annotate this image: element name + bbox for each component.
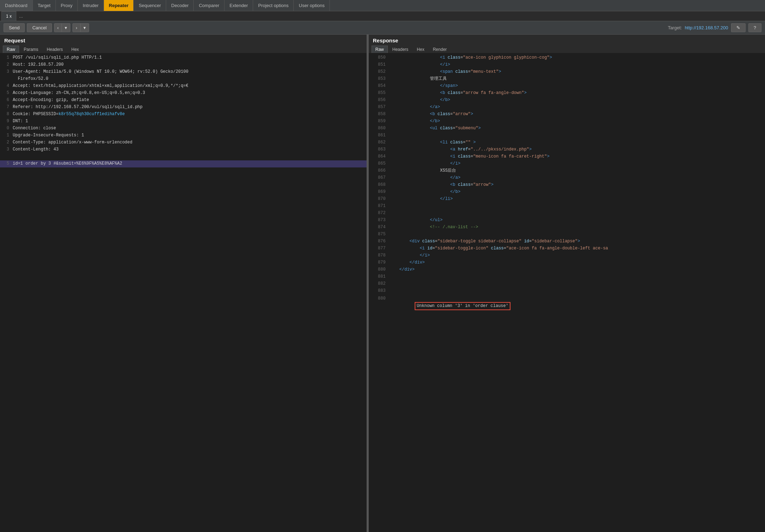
tab-dots[interactable]: ... [16,11,26,21]
nav-decoder[interactable]: Decoder [166,0,194,11]
error-message: Unknown column '3' in 'order clause' [415,302,510,310]
resp-line-881: 881 [369,273,765,280]
nav-extender[interactable]: Extender [224,0,253,11]
response-panel: Response Raw Headers Hex Render 850 <i c… [369,35,765,532]
resp-line-869: 869 </b> [369,189,765,196]
response-tabs: Raw Headers Hex Render [369,45,765,53]
resp-line-858: 858 <b class="arrow"> [369,111,765,118]
req-line-6: 6 Accept-Encoding: gzip, deflate [0,97,367,104]
resp-line-854: 854 </span> [369,83,765,90]
resp-line-873: 873 </ul> [369,217,765,224]
nav-fwd-button[interactable]: › [73,24,80,32]
nav-sequencer[interactable]: Sequencer [134,0,166,11]
req-line-11: 1 Upgrade-Insecure-Requests: 1 [0,132,367,139]
tab-bar: 1 x ... [0,11,765,21]
resp-line-857: 857 </a> [369,104,765,111]
req-line-7: 7 Referer: http://192.168.57.200/vul/sql… [0,104,367,111]
main-content: Request Raw Params Headers Hex 1 POST /v… [0,35,765,532]
resp-line-866: 866 XSS后台 [369,167,765,175]
resp-line-877: 877 <i id="sidebar-toggle-icon" class="a… [369,245,765,252]
request-tabs: Raw Params Headers Hex [0,45,367,53]
response-tab-render[interactable]: Render [429,46,450,53]
request-tab-raw[interactable]: Raw [3,46,19,53]
target-info: Target: http://192.168.57.200 ✎ ? [668,23,761,32]
resp-line-861: 861 [369,132,765,139]
resp-line-852: 852 <span class="menu-text"> [369,69,765,76]
response-panel-title: Response [369,35,765,45]
nav-comparer[interactable]: Comparer [194,0,224,11]
req-line-15: 5 id=1 order by 3 #&submit=%E6%9F%A5%E8%… [0,160,367,167]
top-navigation: Dashboard Target Proxy Intruder Repeater… [0,0,765,11]
target-url: http://192.168.57.200 [685,25,728,30]
request-tab-hex[interactable]: Hex [68,46,83,53]
request-tab-params[interactable]: Params [20,46,42,53]
nav-intruder[interactable]: Intruder [78,0,104,11]
resp-line-error: 880 Unknown column '3' in 'order clause' [369,295,765,318]
nav-target[interactable]: Target [33,0,56,11]
resp-line-850: 850 <i class="ace-icon glyphicon glyphic… [369,54,765,61]
resp-line-874: 874 <!-- /.nav-list --> [369,224,765,231]
req-line-5: 5 Accept-Language: zh-CN,zh;q=0.8,en-US;… [0,90,367,97]
nav-user-options[interactable]: User options [294,0,330,11]
resp-line-864: 864 <i class="menu-icon fa fa-caret-righ… [369,153,765,160]
resp-line-882: 882 [369,280,765,288]
req-line-4: 4 Accept: text/html,application/xhtml+xm… [0,83,367,90]
nav-fwd-group: › ▾ [72,23,89,32]
request-content[interactable]: 1 POST /vul/sqli/sqli_id.php HTTP/1.1 2 … [0,53,367,532]
req-line-9: 9 DNT: 1 [0,118,367,125]
req-line-8: 8 Cookie: PHPSESSID=k8r55q78qh30cuff1edi… [0,111,367,118]
request-tab-headers[interactable]: Headers [43,46,66,53]
response-tab-hex[interactable]: Hex [413,46,428,53]
nav-dashboard[interactable]: Dashboard [0,0,33,11]
resp-line-879: 879 </div> [369,259,765,266]
resp-line-876: 876 <div class="sidebar-toggle sidebar-c… [369,238,765,245]
nav-proxy[interactable]: Proxy [56,0,78,11]
nav-back-button[interactable]: ‹ [54,24,62,32]
req-line-12: 2 Content-Type: application/x-www-form-u… [0,139,367,146]
resp-line-878: 878 </i> [369,252,765,259]
nav-project-options[interactable]: Project options [253,0,294,11]
cancel-button[interactable]: Cancel [27,23,52,32]
req-line-2: 2 Host: 192.168.57.200 [0,61,367,69]
send-button[interactable]: Send [4,23,25,32]
response-content[interactable]: 850 <i class="ace-icon glyphicon glyphic… [369,53,765,532]
request-panel: Request Raw Params Headers Hex 1 POST /v… [0,35,367,532]
edit-target-button[interactable]: ✎ [731,23,746,32]
response-tab-raw[interactable]: Raw [372,46,388,53]
resp-line-865: 865 </i> [369,160,765,167]
req-line-13: 3 Content-Length: 43 [0,146,367,153]
resp-line-859: 859 </b> [369,118,765,125]
resp-line-856: 856 </b> [369,97,765,104]
help-button[interactable]: ? [748,23,761,32]
req-line-3b: Firefox/52.0 [0,76,367,83]
resp-line-851: 851 </i> [369,61,765,69]
resp-line-867: 867 </a> [369,175,765,182]
resp-line-868: 868 <b class="arrow"> [369,182,765,189]
resp-line-862: 862 <li class="" > [369,139,765,146]
nav-back-group: ‹ ▾ [54,23,70,32]
resp-line-870: 870 </li> [369,196,765,203]
target-label: Target: [668,25,682,30]
resp-line-863: 863 <a href="../../pkxss/index.php"> [369,146,765,153]
resp-line-855: 855 <b class="arrow fa fa-angle-down"> [369,90,765,97]
nav-back-arrow-button[interactable]: ▾ [62,24,70,32]
resp-line-883: 883 [369,288,765,295]
response-tab-headers[interactable]: Headers [389,46,412,53]
tab-1[interactable]: 1 x [1,11,16,21]
req-line-3: 3 User-Agent: Mozilla/5.0 (Windows NT 10… [0,69,367,76]
resp-line-871: 871 [369,203,765,210]
request-panel-title: Request [0,35,367,45]
nav-repeater[interactable]: Repeater [104,0,134,11]
resp-line-872: 872 [369,210,765,217]
resp-line-880a: 880 </div> [369,266,765,273]
req-line-14 [0,153,367,160]
nav-fwd-arrow-button[interactable]: ▾ [81,24,89,32]
req-line-1: 1 POST /vul/sqli/sqli_id.php HTTP/1.1 [0,54,367,61]
req-line-10: 0 Connection: close [0,125,367,132]
resp-line-875: 875 [369,231,765,238]
resp-line-853: 853 管理工具 [369,76,765,83]
toolbar: Send Cancel ‹ ▾ › ▾ Target: http://192.1… [0,21,765,35]
resp-line-860: 860 <ul class="submenu"> [369,125,765,132]
